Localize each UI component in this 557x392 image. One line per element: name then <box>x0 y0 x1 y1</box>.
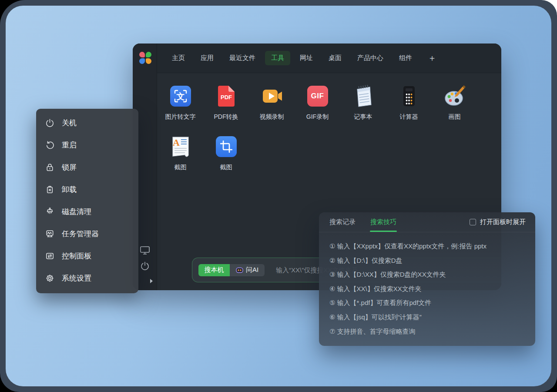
tip-line: ① 输入【XXpptx】仅查看XX的pptx文件，例:报告 pptx <box>329 239 527 254</box>
ask-ai-button[interactable]: 问AI <box>230 264 265 276</box>
tip-line: ⑥ 输入【jsq】可以找到“计算器” <box>329 310 527 325</box>
tool-ocr[interactable]: 文 图片转文字 <box>158 85 203 121</box>
restart-icon <box>45 140 55 150</box>
tab-product-center[interactable]: 产品中心 <box>357 54 383 62</box>
tab-recent-files[interactable]: 最近文件 <box>229 54 255 62</box>
expand-on-open-checkbox[interactable] <box>470 219 476 225</box>
menu-label: 关机 <box>62 118 77 128</box>
menu-label: 系统设置 <box>62 273 91 283</box>
tool-calculator[interactable]: 计算器 <box>386 85 432 121</box>
tool-label: GIF录制 <box>306 113 329 121</box>
ocr-icon: 文 <box>170 86 191 107</box>
tool-label: 截图 <box>220 164 232 171</box>
system-settings-icon <box>45 273 55 283</box>
menu-label: 磁盘清理 <box>62 207 91 217</box>
ai-robot-icon <box>236 267 243 273</box>
wordpad-screenshot-icon: A <box>170 135 191 158</box>
tab-search-history[interactable]: 搜索记录 <box>329 212 356 232</box>
tool-screenshot-doc[interactable]: A 截图 <box>158 135 203 171</box>
tip-line: ② 输入【D:\】仅搜索D盘 <box>329 254 527 268</box>
uninstall-icon <box>45 184 55 194</box>
menu-item-system-settings[interactable]: 系统设置 <box>36 267 138 289</box>
add-tab-button[interactable]: ＋ <box>428 52 436 64</box>
search-mode-switch: 搜本机 问AI <box>198 264 265 276</box>
pdf-icon: PDF <box>216 85 236 107</box>
notepad-icon <box>352 85 374 107</box>
menu-item-task-manager[interactable]: 任务管理器 <box>36 223 138 245</box>
gif-record-icon: GIF <box>307 86 328 107</box>
tool-label: 画图 <box>449 113 461 121</box>
menu-label: 卸载 <box>62 184 77 194</box>
menu-label: 控制面板 <box>62 251 91 261</box>
expand-on-open-label: 打开面板时展开 <box>480 218 526 226</box>
tips-list: ① 输入【XXpptx】仅查看XX的pptx文件，例:报告 pptx ② 输入【… <box>319 232 535 338</box>
tab-urls[interactable]: 网址 <box>300 54 313 62</box>
tool-video-record[interactable]: 视频录制 <box>249 85 295 121</box>
expand-on-open-option[interactable]: 打开面板时展开 <box>470 218 526 226</box>
tab-apps[interactable]: 应用 <box>201 54 214 62</box>
tool-label: 图片转文字 <box>165 113 196 121</box>
app-logo-icon[interactable] <box>139 52 151 64</box>
tab-bar: 主页 应用 最近文件 工具 网址 桌面 产品中心 组件 ＋ <box>157 44 501 73</box>
tool-gif-record[interactable]: GIF GIF录制 <box>295 85 340 121</box>
menu-item-control-panel[interactable]: 控制面板 <box>36 245 138 267</box>
tool-paint[interactable]: 画图 <box>432 85 477 121</box>
menu-item-lock-screen[interactable]: 锁屏 <box>36 156 138 178</box>
tab-desktop[interactable]: 桌面 <box>329 54 342 62</box>
lock-screen-icon <box>45 162 55 172</box>
power-context-menu: 关机 重启 锁屏 卸载 <box>36 109 138 293</box>
tip-line: ⑤ 输入【*.pdf】可查看所有pdf文件 <box>329 296 527 310</box>
power-icon[interactable] <box>140 261 150 271</box>
tool-label: PDF转换 <box>214 113 238 121</box>
tab-tools[interactable]: 工具 <box>265 51 290 65</box>
tab-widgets[interactable]: 组件 <box>399 54 412 62</box>
task-manager-icon <box>45 229 55 239</box>
display-icon[interactable] <box>140 246 150 255</box>
tool-pdf-convert[interactable]: PDF PDF转换 <box>203 85 249 121</box>
tab-search-tips[interactable]: 搜索技巧 <box>370 212 396 232</box>
shutdown-icon <box>45 118 55 128</box>
tool-label: 截图 <box>174 164 187 171</box>
tip-line: ⑦ 支持拼音、首字母缩略查询 <box>329 325 527 339</box>
svg-text:文: 文 <box>176 92 185 101</box>
tool-label: 计算器 <box>400 113 418 121</box>
tips-popup-header: 搜索记录 搜索技巧 打开面板时展开 <box>319 212 535 232</box>
desktop: 主页 应用 最近文件 工具 网址 桌面 产品中心 组件 ＋ 文 <box>6 6 551 386</box>
svg-text:PDF: PDF <box>221 94 232 101</box>
search-tips-popup: 搜索记录 搜索技巧 打开面板时展开 ① 输入【XXpptx】仅查看XX的pptx… <box>319 212 535 346</box>
video-record-icon <box>261 87 283 106</box>
disk-cleanup-icon <box>45 207 55 217</box>
menu-item-disk-cleanup[interactable]: 磁盘清理 <box>36 201 138 223</box>
expand-panel-arrow-icon[interactable] <box>150 279 153 283</box>
search-local-button[interactable]: 搜本机 <box>198 264 230 276</box>
tool-label: 视频录制 <box>260 113 284 121</box>
tip-line: ④ 输入【XX\】仅搜索XX文件夹 <box>329 282 527 296</box>
tool-notepad[interactable]: 记事本 <box>340 85 386 121</box>
screen: 主页 应用 最近文件 工具 网址 桌面 产品中心 组件 ＋ 文 <box>0 0 557 392</box>
menu-label: 重启 <box>62 140 77 150</box>
tab-home[interactable]: 主页 <box>172 54 185 62</box>
tip-line: ③ 输入【D:\XX】仅搜索D盘的XX文件夹 <box>329 268 527 282</box>
control-panel-icon <box>45 251 55 261</box>
paint-icon <box>443 85 466 107</box>
menu-item-shutdown[interactable]: 关机 <box>36 112 138 134</box>
crop-screenshot-icon <box>216 136 237 157</box>
menu-item-uninstall[interactable]: 卸载 <box>36 178 138 201</box>
menu-label: 锁屏 <box>62 162 77 172</box>
tool-screenshot-crop[interactable]: 截图 <box>203 135 249 171</box>
menu-item-restart[interactable]: 重启 <box>36 134 138 156</box>
calculator-icon <box>400 85 418 107</box>
svg-text:A: A <box>173 137 180 148</box>
tool-label: 记事本 <box>354 113 372 121</box>
menu-label: 任务管理器 <box>62 229 99 239</box>
